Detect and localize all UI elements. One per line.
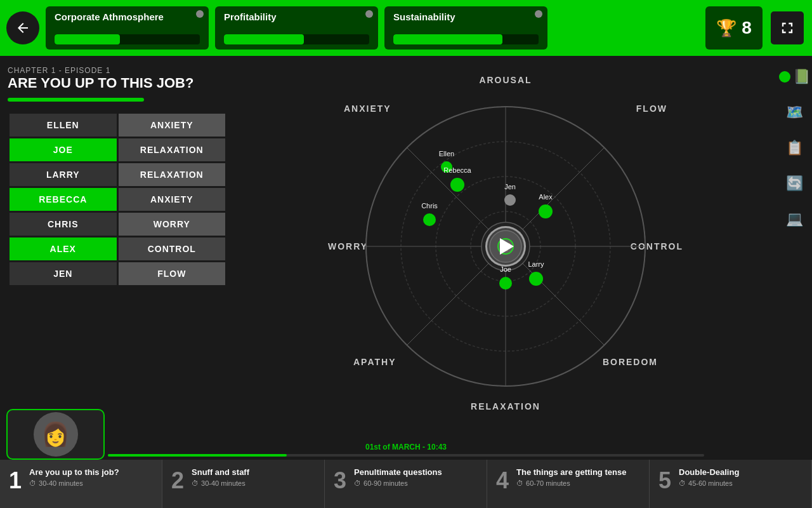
stat-label-sustain: Sustainability — [393, 11, 539, 22]
map-icon[interactable]: 🗺️ — [786, 104, 803, 121]
character-row-0[interactable]: ELLENANXIETY — [10, 114, 225, 137]
top-bar: Corporate Athmosphere Profitability Sust… — [0, 0, 812, 56]
stat-bar-bg-corporate — [55, 34, 200, 44]
stat-bar-fill-sustain — [393, 34, 502, 44]
dot-rebecca: Rebecca — [450, 178, 464, 192]
ep-duration-4: ⏱ 60-70 minutes — [516, 479, 640, 487]
monitor-icon[interactable]: 💻 — [786, 211, 803, 227]
date-progress-bg — [108, 454, 704, 457]
char-state-alex: CONTROL — [119, 237, 226, 260]
date-section: 👩 01st of MARCH - 10:43 — [0, 437, 812, 460]
character-row-2[interactable]: LARRYRELAXATION — [10, 163, 225, 186]
episode-title: ARE YOU UP TO THIS JOB? — [8, 75, 227, 91]
stat-sustainability: Sustainability — [384, 6, 547, 50]
label-relaxation: RELAXATION — [471, 401, 540, 411]
char-state-rebecca: ANXIETY — [119, 188, 226, 211]
stat-dot-profit — [365, 10, 373, 18]
trophy-icon: 🏆 — [716, 18, 737, 38]
back-button[interactable] — [6, 11, 39, 44]
status-indicator — [779, 71, 790, 83]
play-button[interactable] — [485, 226, 526, 267]
dot-jen: Jen — [504, 194, 516, 206]
char-name-jen: JEN — [10, 262, 117, 285]
stat-label-corporate: Corporate Athmosphere — [55, 11, 200, 22]
avatar-face: 👩 — [34, 412, 78, 457]
trophy-count: 8 — [742, 18, 752, 38]
character-row-5[interactable]: ALEXCONTROL — [10, 237, 225, 260]
ep-number-1: 1 — [9, 467, 22, 494]
stat-bar-fill-profit — [224, 34, 304, 44]
episode-card-3[interactable]: 3Penultimate questions⏱ 60-90 minutes — [325, 460, 487, 508]
list-icon[interactable]: 📋 — [786, 140, 803, 156]
ep-title-3: Penultimate questions — [354, 467, 478, 477]
char-state-joe: RELAXATION — [119, 138, 226, 161]
avatar-panel: 👩 — [6, 409, 105, 460]
character-row-3[interactable]: REBECCAANXIETY — [10, 188, 225, 211]
label-arousal: AROUSAL — [479, 75, 532, 85]
episode-card-4[interactable]: 4The things are getting tense⏱ 60-70 min… — [487, 460, 650, 508]
dot-larry: Larry — [529, 272, 543, 286]
ep-number-2: 2 — [171, 467, 184, 494]
ep-number-4: 4 — [496, 467, 509, 494]
ep-duration-1: ⏱ 30-40 minutes — [29, 479, 153, 487]
char-name-rebecca: REBECCA — [10, 188, 117, 211]
ep-number-3: 3 — [334, 467, 346, 494]
date-display: 01st of MARCH - 10:43 — [0, 440, 812, 451]
ep-duration-3: ⏱ 60-90 minutes — [354, 479, 478, 487]
char-name-alex: ALEX — [10, 237, 117, 260]
trophy-block: 🏆 8 — [705, 6, 763, 50]
ep-title-4: The things are getting tense — [516, 467, 640, 477]
episode-card-1[interactable]: 1Are you up to this job?⏱ 30-40 minutes — [0, 460, 162, 508]
char-state-ellen: ANXIETY — [119, 114, 226, 137]
date-progress-fill — [108, 454, 287, 457]
ep-title-1: Are you up to this job? — [29, 467, 153, 477]
refresh-icon[interactable]: 🔄 — [786, 175, 803, 192]
char-state-jen: FLOW — [119, 262, 226, 285]
character-row-6[interactable]: JENFLOW — [10, 262, 225, 285]
expand-button[interactable] — [769, 10, 806, 46]
dot-chris: Chris — [423, 213, 436, 226]
ep-title-2: Snuff and staff — [192, 467, 315, 477]
char-name-larry: LARRY — [10, 163, 117, 186]
dot-joe: Joe — [499, 277, 512, 290]
char-name-ellen: ELLEN — [10, 114, 117, 137]
ep-number-5: 5 — [658, 467, 671, 494]
stat-label-profit: Profitability — [224, 11, 369, 22]
center-panel: AROUSAL FLOW CONTROL BOREDOM RELAXATION … — [235, 56, 776, 437]
stat-corporate: Corporate Athmosphere — [46, 6, 209, 50]
episode-card-5[interactable]: 5Double-Dealing⏱ 45-60 minutes — [650, 460, 812, 508]
ep-duration-2: ⏱ 30-40 minutes — [192, 479, 315, 487]
book-icon[interactable]: 📗 — [793, 69, 810, 85]
episode-card-2[interactable]: 2Snuff and staff⏱ 30-40 minutes — [162, 460, 325, 508]
chapter-label: CHAPTER 1 - Episode 1 — [8, 66, 227, 75]
ep-duration-5: ⏱ 45-60 minutes — [679, 479, 802, 487]
char-state-chris: WORRY — [119, 213, 226, 236]
char-name-chris: CHRIS — [10, 213, 117, 236]
ep-title-5: Double-Dealing — [679, 467, 802, 477]
episode-cards: 1Are you up to this job?⏱ 30-40 minutes2… — [0, 460, 812, 508]
character-row-1[interactable]: JOERELAXATION — [10, 138, 225, 161]
stat-bar-bg-profit — [224, 34, 369, 44]
main-area: CHAPTER 1 - Episode 1 ARE YOU UP TO THIS… — [0, 56, 812, 437]
stat-dot-sustain — [535, 10, 542, 18]
green-progress-bar — [8, 98, 144, 102]
char-name-joe: JOE — [10, 138, 117, 161]
dot-alex: Alex — [539, 204, 553, 218]
stat-dot-corporate — [196, 10, 204, 18]
char-state-larry: RELAXATION — [119, 163, 226, 186]
bottom-bar: 1Are you up to this job?⏱ 30-40 minutes2… — [0, 460, 812, 508]
radar-container: AROUSAL FLOW CONTROL BOREDOM RELAXATION … — [334, 75, 677, 418]
character-table: ELLENANXIETYJOERELAXATIONLARRYRELAXATION… — [8, 112, 227, 287]
stat-bar-bg-sustain — [393, 34, 539, 44]
character-row-4[interactable]: CHRISWORRY — [10, 213, 225, 236]
right-icons-panel: 📗 🗺️ 📋 🔄 💻 — [776, 56, 812, 437]
stat-profitability: Profitability — [215, 6, 378, 50]
stat-bar-fill-corporate — [55, 34, 120, 44]
left-panel: CHAPTER 1 - Episode 1 ARE YOU UP TO THIS… — [0, 56, 235, 437]
